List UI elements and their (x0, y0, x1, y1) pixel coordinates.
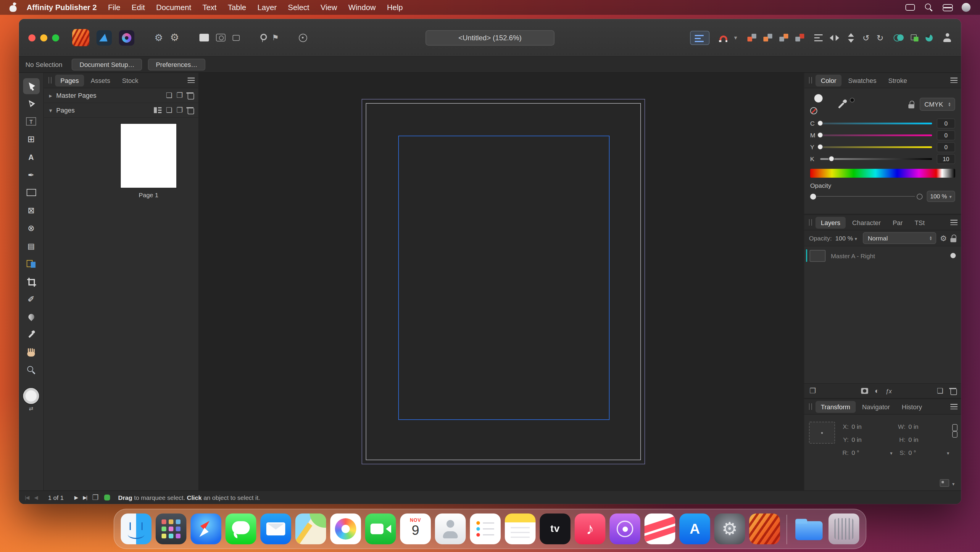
last-page-button[interactable]: ▶| (83, 495, 87, 501)
color-selector[interactable] (810, 94, 832, 115)
publisher-persona-icon[interactable] (72, 29, 89, 46)
transform-w-field[interactable]: W:0 in (897, 423, 949, 430)
ellipse-picture-frame-tool[interactable] (23, 220, 39, 236)
flag-icon[interactable] (272, 33, 279, 42)
mail-dock-icon[interactable] (260, 514, 291, 544)
chevron-down-icon[interactable] (890, 449, 892, 456)
new-layer-icon[interactable] (937, 387, 943, 395)
menu-help[interactable]: Help (387, 3, 403, 12)
tv-dock-icon[interactable]: tv (540, 514, 571, 544)
rotate-cw-icon[interactable] (877, 33, 883, 42)
tab-color[interactable]: Color (816, 74, 842, 86)
view-hand-tool[interactable] (23, 345, 39, 361)
rect-picture-frame-tool[interactable] (23, 202, 39, 218)
minimize-window-button[interactable] (40, 34, 47, 41)
podcasts-dock-icon[interactable] (609, 514, 640, 544)
tab-tst[interactable]: TSt (909, 217, 930, 228)
fill-color-well[interactable] (23, 388, 39, 404)
node-tool[interactable] (23, 96, 39, 112)
slider-value-c[interactable]: 0 (937, 118, 955, 128)
calendar-dock-icon[interactable]: NOV9 (400, 514, 431, 544)
messages-dock-icon[interactable] (226, 514, 256, 544)
panel-drag-handle[interactable] (809, 77, 812, 83)
maps-dock-icon[interactable] (295, 514, 326, 544)
frame-text-tool[interactable] (23, 113, 39, 129)
slider-value-k[interactable]: 10 (937, 154, 955, 164)
photos-dock-icon[interactable] (330, 514, 361, 544)
transform-y-field[interactable]: Y:0 in (840, 436, 892, 443)
vector-brush-tool[interactable] (23, 291, 39, 307)
launchpad-dock-icon[interactable] (156, 514, 186, 544)
document-canvas[interactable] (199, 73, 803, 490)
layer-settings-gear-icon[interactable] (940, 233, 947, 243)
move-to-front-icon[interactable] (747, 34, 756, 41)
artistic-text-tool[interactable] (23, 149, 39, 165)
move-forward-icon[interactable] (763, 34, 772, 41)
move-to-back-icon[interactable] (795, 34, 804, 41)
delete-master-page-icon[interactable] (187, 92, 193, 99)
transform-h-field[interactable]: H:0 in (897, 436, 949, 443)
add-master-page-icon[interactable] (166, 91, 172, 99)
chevron-down-icon[interactable] (947, 449, 949, 456)
alignment-icon[interactable] (814, 34, 822, 41)
document-setup-button[interactable]: Document Setup… (72, 59, 142, 70)
menu-select[interactable]: Select (288, 3, 309, 12)
layer-lock-icon[interactable] (950, 234, 956, 242)
place-image-tool[interactable] (23, 238, 39, 254)
menu-window[interactable]: Window (348, 3, 376, 12)
first-page-button[interactable]: |◀ (25, 495, 29, 501)
panel-drag-handle[interactable] (809, 219, 812, 226)
panel-menu-icon[interactable] (950, 404, 958, 409)
layer-opacity-select[interactable]: 100 % (835, 235, 857, 242)
color-spectrum-bar[interactable] (810, 169, 955, 178)
move-backward-icon[interactable] (779, 34, 788, 41)
tab-par[interactable]: Par (888, 217, 908, 228)
panel-drag-handle[interactable] (49, 77, 51, 83)
menu-file[interactable]: File (108, 3, 121, 12)
slider-value-m[interactable]: 0 (937, 130, 955, 140)
appstore-dock-icon[interactable] (679, 514, 710, 544)
split-view-icon[interactable] (232, 35, 239, 41)
photo-persona-icon[interactable] (119, 30, 134, 45)
pen-tool[interactable] (23, 167, 39, 183)
page-view-options-icon[interactable] (154, 107, 162, 113)
zoom-window-button[interactable] (52, 34, 59, 41)
document-title[interactable]: <Untitled> (152.6%) (425, 30, 555, 45)
no-fill-icon[interactable] (810, 107, 817, 114)
control-center-icon[interactable] (943, 4, 951, 11)
user-icon[interactable] (962, 3, 970, 12)
chevron-right-icon[interactable] (49, 92, 52, 99)
reminders-dock-icon[interactable] (470, 514, 501, 544)
slider-thumb-y[interactable] (817, 144, 823, 150)
panel-menu-icon[interactable] (188, 78, 195, 83)
tab-swatches[interactable]: Swatches (843, 74, 882, 86)
tab-character[interactable]: Character (847, 217, 886, 228)
flip-horizontal-icon[interactable] (829, 34, 839, 41)
adjustment-layer-icon[interactable] (875, 387, 879, 395)
page-list-icon[interactable] (92, 493, 99, 502)
settings-gear-icon[interactable] (170, 31, 179, 44)
finder-dock-icon[interactable] (121, 514, 151, 544)
transform-x-field[interactable]: X:0 in (840, 423, 892, 430)
preview-mode-icon[interactable] (216, 34, 225, 41)
close-window-button[interactable] (29, 34, 35, 41)
eyedropper-icon[interactable] (837, 99, 847, 109)
preflight-status-icon[interactable] (104, 495, 110, 501)
lock-icon[interactable] (908, 101, 914, 108)
apple-menu-icon[interactable] (10, 3, 17, 12)
transform-s-field[interactable]: S:0 ° (897, 449, 949, 456)
layer-thumbnail[interactable] (810, 250, 826, 262)
tab-history[interactable]: History (897, 400, 928, 413)
contacts-dock-icon[interactable] (435, 514, 466, 544)
stepper-icon[interactable] (948, 102, 950, 107)
transform-origin-icon[interactable] (940, 479, 949, 487)
transform-anchor-selector[interactable] (809, 422, 835, 444)
snapping-magnet-icon[interactable] (719, 35, 727, 42)
menu-text[interactable]: Text (202, 3, 216, 12)
previous-page-button[interactable]: ◀ (34, 495, 38, 501)
move-tool[interactable] (23, 78, 39, 94)
boolean-divide-icon[interactable] (926, 34, 933, 41)
menu-table[interactable]: Table (228, 3, 246, 12)
tab-layers[interactable]: Layers (816, 217, 846, 228)
mask-layer-icon[interactable] (861, 388, 868, 394)
